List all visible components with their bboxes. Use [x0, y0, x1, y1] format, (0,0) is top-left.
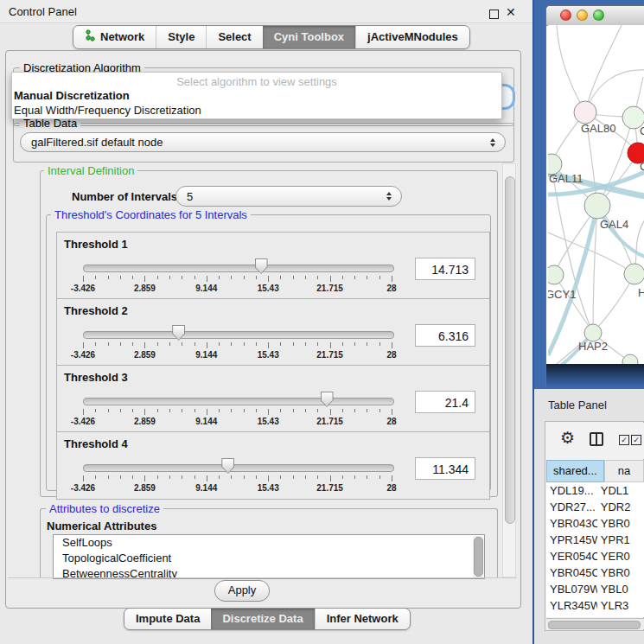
dropdown-hint: Select algorithm to view settings — [12, 75, 501, 88]
tick-mark — [144, 342, 145, 348]
tick-mark — [280, 409, 281, 412]
table-row[interactable]: YDL19...YDL1 — [546, 482, 644, 499]
network-node[interactable] — [622, 354, 638, 364]
column-header-na[interactable]: na — [604, 460, 644, 482]
node-label: C — [640, 160, 644, 173]
tab-network[interactable]: Network — [73, 26, 156, 48]
tab-infer-network[interactable]: Infer Network — [315, 609, 410, 629]
cell-name: YIL0 — [597, 614, 644, 617]
numerical-attributes-list[interactable]: SelfLoopsTopologicalCoefficientBetweenne… — [53, 534, 485, 579]
horizontal-scrollbar[interactable] — [546, 618, 644, 629]
close-light-icon[interactable] — [560, 10, 571, 21]
table-row[interactable]: YLR345WYLR3 — [546, 597, 644, 614]
tick-label: -3.426 — [71, 284, 95, 293]
tick-mark — [157, 342, 158, 346]
tick-label: 21.715 — [316, 284, 343, 293]
cell-shared-name: YBR043C — [546, 515, 597, 532]
cell-shared-name: YIL052C — [546, 614, 597, 617]
num-intervals-combo[interactable]: 5 — [175, 186, 402, 207]
threshold-value-field[interactable]: 11.344 — [415, 457, 475, 480]
scrollbar-thumb[interactable] — [505, 176, 515, 524]
tick-mark — [132, 409, 133, 412]
network-node[interactable] — [548, 265, 564, 284]
table-row[interactable]: YIL052CYIL0 — [546, 614, 644, 617]
zoom-light-icon[interactable] — [593, 10, 604, 21]
slider-track[interactable] — [83, 331, 394, 339]
apply-button[interactable]: Apply — [214, 580, 270, 602]
tab-cyni-toolbox[interactable]: Cyni Toolbox — [263, 26, 355, 48]
gear-icon[interactable]: ⚙ — [560, 430, 575, 446]
tick-mark — [169, 342, 170, 346]
list-scrollbar[interactable] — [473, 536, 483, 577]
close-icon[interactable]: ✕ — [506, 5, 516, 19]
tick-mark — [330, 342, 331, 348]
network-edge[interactable] — [557, 25, 585, 112]
list-item[interactable]: SelfLoops — [54, 535, 484, 551]
split-columns-icon[interactable] — [590, 432, 603, 446]
tab-label: Impute Data — [136, 612, 200, 625]
table-row[interactable]: YBR045CYBR0 — [546, 564, 644, 581]
tick-mark — [305, 475, 306, 479]
tick-mark — [293, 276, 294, 279]
column-header-shared[interactable]: shared... — [546, 460, 604, 482]
vertical-scrollbar[interactable] — [502, 163, 516, 577]
tick-mark — [268, 475, 269, 481]
tick-label: -3.426 — [71, 350, 95, 360]
tick-label: 15.43 — [258, 483, 279, 493]
tick-mark — [367, 342, 367, 346]
network-node[interactable] — [584, 193, 610, 219]
cell-shared-name: YDR27... — [546, 499, 597, 515]
threshold-value-field[interactable]: 21.4 — [415, 391, 475, 413]
tab-discretize-data[interactable]: Discretize Data — [211, 609, 314, 629]
tab-jactivemnodules[interactable]: jActiveMNodules — [355, 26, 469, 48]
dropdown-option-equal-width-frequency-discretization[interactable]: Equal Width/Frequency Discretization — [14, 104, 201, 117]
slider-track[interactable] — [83, 398, 394, 405]
tick-label: -3.426 — [71, 483, 95, 493]
dropdown-option-manual-discretization[interactable]: Manual Discretization — [14, 89, 130, 102]
tab-select[interactable]: Select — [206, 26, 262, 48]
tab-impute-data[interactable]: Impute Data — [124, 609, 211, 629]
checkbox-icon[interactable]: ✓ — [619, 435, 629, 445]
interval-definition-title: Interval Definition — [44, 164, 137, 177]
top-tab-bar: NetworkStyleSelectCyni ToolboxjActiveMNo… — [73, 25, 470, 49]
tick-mark — [392, 276, 392, 282]
tick-label: 2.859 — [134, 483, 156, 493]
slider-track[interactable] — [83, 265, 394, 272]
table-row[interactable]: YPR145WYPR1 — [546, 532, 644, 548]
tick-mark — [108, 409, 109, 412]
tab-style[interactable]: Style — [156, 26, 206, 48]
node-label: GAL4 — [600, 218, 628, 231]
checkbox-icon[interactable]: ✓ — [631, 435, 641, 445]
tick-mark — [120, 475, 121, 479]
tick-mark — [268, 409, 269, 415]
network-node[interactable] — [574, 101, 596, 124]
slider-track[interactable] — [83, 464, 394, 472]
tick-label: 9.144 — [195, 483, 217, 493]
minimize-light-icon[interactable] — [577, 10, 588, 21]
tick-mark — [367, 409, 367, 412]
tab-label: Infer Network — [327, 612, 399, 625]
tick-mark — [244, 276, 245, 279]
table-row[interactable]: YBR043CYBR0 — [546, 515, 644, 532]
table-row[interactable]: YDR27...YDR2 — [546, 499, 644, 515]
tick-mark — [169, 276, 170, 279]
list-item[interactable]: TopologicalCoefficient — [54, 551, 484, 566]
tick-mark — [83, 475, 84, 481]
table-rows: YDL19...YDL1YDR27...YDR2YBR043CYBR0YPR14… — [546, 482, 644, 617]
table-data-combo[interactable]: galFiltered.sif default node — [20, 132, 506, 152]
threshold-value-field[interactable]: 14.713 — [415, 258, 475, 280]
tick-mark — [392, 409, 392, 415]
network-node[interactable] — [584, 324, 602, 341]
combo-stepper-icon — [386, 192, 392, 201]
num-intervals-label: Number of Intervals — [72, 190, 177, 203]
tick-mark — [120, 409, 121, 412]
network-canvas[interactable]: GAL80GCGAL11GAL4GCY1HHAP2 — [548, 25, 644, 364]
network-node[interactable] — [624, 264, 644, 284]
scrollbar-thumb[interactable] — [548, 621, 641, 629]
table-row[interactable]: YER054CYER0 — [546, 548, 644, 564]
table-row[interactable]: YBL079WYBL0 — [546, 581, 644, 597]
tick-mark — [95, 475, 96, 479]
threshold-value-field[interactable]: 6.316 — [415, 324, 475, 347]
float-window-icon[interactable] — [489, 10, 499, 19]
tick-mark — [280, 475, 281, 479]
